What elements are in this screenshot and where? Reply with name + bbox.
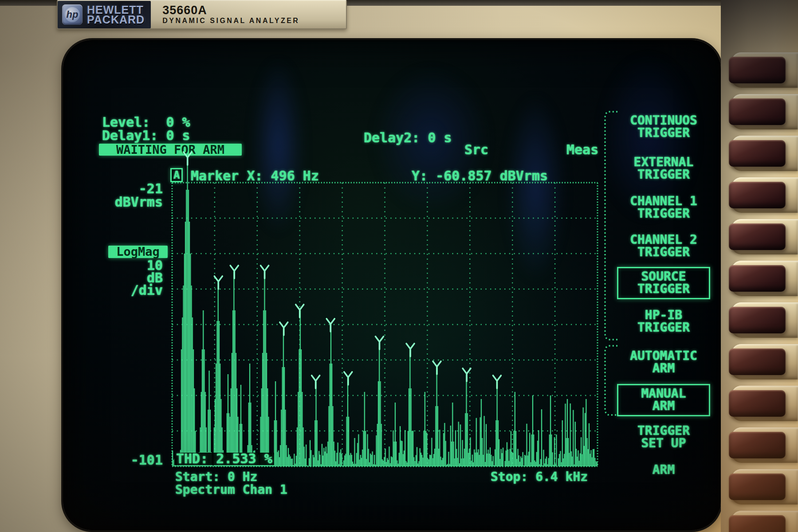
softkey-label-line: CHANNEL 1 xyxy=(619,195,708,207)
softkey-label-manual-arm[interactable]: MANUALARM xyxy=(617,384,710,416)
brand-line2: PACKARD xyxy=(87,13,145,26)
softkey-button-10[interactable] xyxy=(729,432,786,458)
softkey-label-trigger-set-up[interactable]: TRIGGERSET UP xyxy=(619,425,708,450)
harmonic-marker-icon xyxy=(214,276,222,289)
delay1-readout: Delay1: 0 s xyxy=(102,129,190,142)
softkey-button-12[interactable] xyxy=(729,515,786,532)
scale-mode-badge: LogMag xyxy=(108,246,168,258)
softkey-label-arm[interactable]: ARM xyxy=(619,464,708,476)
softkey-label-line: ARM xyxy=(619,362,708,375)
softkey-label-line: TRIGGER xyxy=(618,283,709,295)
softkey-label-line: TRIGGER xyxy=(619,127,708,139)
harmonic-marker-icon xyxy=(344,372,352,385)
yaxis-bottom-value: -101 xyxy=(90,454,163,466)
softkey-button-11[interactable] xyxy=(729,473,786,500)
analyzer-front-panel: hp HEWLETTPACKARD 35660A DYNAMIC SIGNAL … xyxy=(0,0,798,532)
softkey-label-line: TRIGGER xyxy=(619,168,708,181)
harmonic-marker-icon xyxy=(493,376,501,388)
crt-screen: Level: 0 % Delay1: 0 s WAITING FOR ARM D… xyxy=(63,40,721,530)
harmonic-marker-icon xyxy=(376,336,384,349)
brand-name: HEWLETTPACKARD xyxy=(87,5,145,24)
softkey-button-3[interactable] xyxy=(729,140,786,167)
softkey-button-7[interactable] xyxy=(729,307,786,333)
softkey-label-line: SET UP xyxy=(619,437,708,450)
softkey-hardware-panel xyxy=(721,0,798,532)
harmonic-marker-icon xyxy=(184,152,192,165)
softkey-label-line: ARM xyxy=(619,464,708,476)
softkey-label-line: MANUAL xyxy=(618,387,709,400)
softkey-label-hp-ib-trigger[interactable]: HP-IBTRIGGER xyxy=(619,309,708,334)
softkey-label-line: SOURCE xyxy=(618,270,709,283)
delay2-readout: Delay2: 0 s xyxy=(364,132,452,144)
softkey-button-8[interactable] xyxy=(729,348,786,375)
softkey-label-line: TRIGGER xyxy=(619,246,708,258)
hp-logo-icon: hp xyxy=(62,4,83,25)
badge-logo-section: hp HEWLETTPACKARD xyxy=(58,1,151,28)
model-number: 35660A xyxy=(162,4,299,16)
harmonic-marker-icon xyxy=(230,266,238,278)
softkey-label-line: CONTINUOS xyxy=(619,114,708,127)
softkey-label-line: EXTERNAL xyxy=(619,156,708,168)
softkey-label-line: TRIGGER xyxy=(619,207,708,220)
harmonic-marker-icon xyxy=(433,361,441,374)
harmonic-marker-icon xyxy=(312,376,320,388)
hp-logo-monogram: hp xyxy=(65,7,80,22)
brand-badge: hp HEWLETTPACKARD 35660A DYNAMIC SIGNAL … xyxy=(57,0,347,29)
level-readout: Level: 0 % xyxy=(102,116,190,129)
softkey-menu-brackets xyxy=(598,109,618,423)
softkey-label-line: ARM xyxy=(618,400,709,412)
yaxis-top-value: -21 xyxy=(90,183,163,195)
softkey-button-9[interactable] xyxy=(729,390,786,417)
softkey-label-line: CHANNEL 2 xyxy=(619,234,708,246)
yaxis-unit: dBVrms xyxy=(90,196,163,208)
spectrum-plot xyxy=(168,149,602,471)
start-frequency: Start: 0 Hz xyxy=(175,471,257,483)
softkey-label-line: TRIGGER xyxy=(619,321,708,334)
softkey-label-continuos-trigger[interactable]: CONTINUOSTRIGGER xyxy=(619,114,708,139)
thd-readout: THD: 2.533 % xyxy=(174,453,274,465)
softkey-label-channel-1-trigger[interactable]: CHANNEL 1TRIGGER xyxy=(619,195,708,220)
stop-frequency: Stop: 6.4 kHz xyxy=(491,471,588,483)
softkey-button-5[interactable] xyxy=(729,223,786,250)
softkey-label-line: HP-IB xyxy=(619,309,708,321)
harmonic-marker-icon xyxy=(463,368,471,381)
model-description: DYNAMIC SIGNAL ANALYZER xyxy=(162,16,299,25)
harmonic-marker-icon xyxy=(406,344,414,356)
trace-title: Spectrum Chan 1 xyxy=(175,484,287,496)
harmonic-marker-icon xyxy=(280,322,288,335)
harmonic-marker-icon xyxy=(261,266,269,278)
softkey-button-2[interactable] xyxy=(729,98,786,125)
softkey-label-line: TRIGGER xyxy=(619,425,708,437)
softkey-label-source-trigger[interactable]: SOURCETRIGGER xyxy=(617,267,710,299)
softkey-label-channel-2-trigger[interactable]: CHANNEL 2TRIGGER xyxy=(619,234,708,258)
softkey-button-6[interactable] xyxy=(729,265,786,292)
badge-model-section: 35660A DYNAMIC SIGNAL ANALYZER xyxy=(151,1,299,28)
softkey-label-line: AUTOMATIC xyxy=(619,350,708,362)
harmonic-marker-icon xyxy=(326,319,334,332)
softkey-label-external-trigger[interactable]: EXTERNALTRIGGER xyxy=(619,156,708,181)
softkey-button-4[interactable] xyxy=(729,182,786,208)
softkey-button-1[interactable] xyxy=(729,57,786,83)
per-div-suffix: /div xyxy=(90,284,163,297)
softkey-label-automatic-arm[interactable]: AUTOMATICARM xyxy=(619,350,708,375)
